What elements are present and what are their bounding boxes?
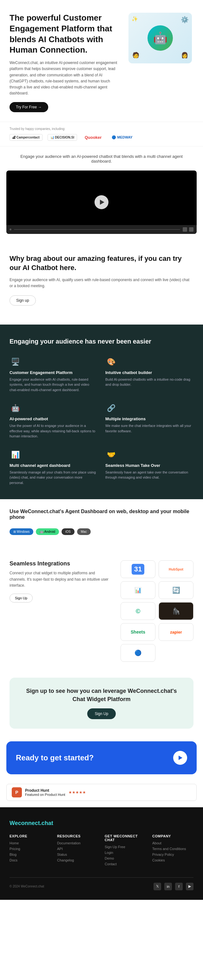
feature-name-dashboard: Multi channel agent dashboard	[10, 463, 98, 468]
product-hunt-text: Product Hunt Featured on Product Hunt	[25, 788, 66, 797]
integrations-signup-button[interactable]: Sign Up	[10, 593, 33, 603]
logo-medway: 🔵 MEDWAY	[109, 134, 135, 141]
social-linkedin[interactable]: in	[164, 883, 172, 890]
hero-cta-button[interactable]: Try For Free →	[10, 102, 48, 112]
footer-link-about[interactable]: About	[152, 841, 193, 845]
video-progress-dot	[10, 229, 11, 231]
badge-android: 🤖 Android	[36, 528, 59, 535]
feature-desc-dashboard: Seamlessly manage all your chats from on…	[10, 470, 98, 485]
integrations-section: Seamless Integrations Connect your chat …	[0, 551, 203, 671]
footer-col-title-resources: Resources	[57, 834, 98, 838]
feature-icon-takeover: 🤝	[105, 449, 117, 461]
logo-campercontact: 🏕 Campercontact	[10, 134, 43, 141]
footer-link-pricing[interactable]: Pricing	[10, 847, 51, 851]
video-player[interactable]	[6, 170, 197, 234]
badge-ios: iOS	[62, 528, 75, 535]
integration-crisp: ©	[120, 602, 155, 620]
footer-logo-text: Weconnect.chat	[10, 820, 53, 826]
integration-google-sheets: Sheets	[120, 623, 155, 641]
video-progress-bar	[14, 229, 180, 230]
arrow-icon	[179, 756, 182, 760]
video-play-button[interactable]	[94, 195, 109, 209]
cta-box-signup-button[interactable]: Sign Up	[87, 708, 116, 719]
social-facebook[interactable]: f	[175, 883, 183, 890]
footer-link-api[interactable]: API	[57, 847, 98, 851]
footer-col-title-get: Get WeConnect Chat	[105, 834, 146, 842]
footer-link-privacy[interactable]: Privacy Policy	[152, 853, 193, 856]
cta-box-title: Sign up to see how you can leverage WeCo…	[19, 687, 184, 703]
integration-google-analytics: 📊	[120, 581, 155, 599]
cta-box: Sign up to see how you can leverage WeCo…	[10, 678, 193, 729]
footer-link-demo[interactable]: Demo	[105, 856, 146, 860]
video-section	[0, 167, 203, 242]
product-hunt-name: Product Hunt	[25, 788, 66, 793]
feature-icon-ai: 🤖	[10, 402, 21, 414]
product-hunt-banner[interactable]: P Product Hunt Featured on Product Hunt …	[6, 784, 197, 801]
fullscreen-icon	[189, 227, 193, 232]
ready-title: Ready to get started?	[16, 753, 94, 762]
footer-link-signup[interactable]: Sign Up Free	[105, 845, 146, 849]
integration-mailchimp: 🦍	[158, 602, 193, 620]
hero-robot-illustration: 🤖 ⚙️ 🧑 👩 ✨	[128, 13, 192, 64]
footer-col-explore: Explore Home Pricing Blog Docs	[10, 834, 51, 868]
footer-link-home[interactable]: Home	[10, 841, 51, 845]
hero-section: The powerful Customer Engagement Platfor…	[0, 0, 203, 122]
robot-icon: 🤖	[147, 25, 173, 51]
product-hunt-logo: P	[12, 787, 22, 797]
sparkle-icon: ✨	[132, 16, 138, 22]
social-twitter[interactable]: 𝕏	[153, 883, 161, 890]
logo-quooker: Quooker	[82, 134, 104, 141]
why-signup-button[interactable]: Sign up	[10, 295, 36, 305]
feature-name-takeover: Seamless Human Take Over	[105, 463, 193, 468]
social-youtube[interactable]: ▶	[186, 883, 193, 890]
feature-name-builder: Intuitive chatbot builder	[105, 370, 193, 375]
feature-desc-integrations: We make sure the chat interface integrat…	[105, 423, 193, 434]
footer-link-cookies[interactable]: Cookies	[152, 858, 193, 862]
trusted-logos-row: 🏕 Campercontact 📊 DECISION.SI Quooker 🔵 …	[10, 134, 193, 141]
feature-chatbot-builder: 🎨 Intuitive chatbot builder Build AI-pow…	[105, 355, 193, 394]
volume-icon	[183, 227, 187, 232]
footer-link-login[interactable]: Login	[105, 851, 146, 854]
trusted-label: Trusted by happy companies, including:	[10, 127, 193, 130]
footer-logo: Weconnect.chat	[10, 820, 193, 827]
feature-integrations: 🔗 Multiple integrations We make sure the…	[105, 401, 193, 440]
video-controls	[6, 225, 197, 234]
hero-image: 🤖 ⚙️ 🧑 👩 ✨	[127, 13, 193, 64]
feature-ai-chatbot: 🤖 AI-powered chatbot Use the power of AI…	[10, 401, 98, 440]
ready-arrow-button[interactable]	[173, 751, 187, 765]
footer-link-terms[interactable]: Terms and Conditions	[152, 847, 193, 851]
platform-title: Use WeConnect.chat's Agent Dashboard on …	[10, 509, 193, 520]
features-grid: 🖥️ Customer Engagement Platform Engage y…	[10, 355, 193, 487]
integration-hubspot: HubSpot	[158, 560, 193, 578]
integrations-text: Seamless Integrations Connect your chat …	[10, 560, 111, 603]
feature-human-takeover: 🤝 Seamless Human Take Over Seamlessly ha…	[105, 448, 193, 487]
platform-section: Use WeConnect.chat's Agent Dashboard on …	[0, 499, 203, 544]
features-title: Engaging your audience has never been ea…	[10, 337, 193, 345]
footer-col-title-company: Company	[152, 834, 193, 838]
footer-link-documentation[interactable]: Documentation	[57, 841, 98, 845]
footer-link-blog[interactable]: Blog	[10, 853, 51, 856]
integration-zapier: zapier	[158, 623, 193, 641]
hero-text: The powerful Customer Engagement Platfor…	[10, 13, 120, 112]
feature-desc-engagement: Engage your audience with AI chatbots, r…	[10, 377, 98, 393]
integration-make: 🔄	[158, 581, 193, 599]
badge-windows: ⊞ Windows	[10, 528, 33, 535]
person-icon-left: 🧑	[132, 52, 139, 59]
footer-col-company: Company About Terms and Conditions Priva…	[152, 834, 193, 868]
feature-icon-engagement: 🖥️	[10, 356, 21, 368]
badge-mac: Mac	[77, 528, 91, 535]
video-control-icons	[183, 227, 193, 232]
footer-socials: 𝕏 in f ▶	[153, 883, 193, 890]
features-section: Engaging your audience has never been ea…	[0, 325, 203, 500]
footer-link-contact[interactable]: Contact	[105, 862, 146, 866]
footer-bottom: © 2024 WeConnect.chat 𝕏 in f ▶	[10, 877, 193, 890]
integrations-description: Connect your chat widget to multiple pla…	[10, 570, 111, 589]
feature-name-integrations: Multiple integrations	[105, 417, 193, 421]
why-title: Why brag about our amazing features, if …	[10, 254, 193, 272]
footer-link-status[interactable]: Status	[57, 853, 98, 856]
footer-link-changelog[interactable]: Changelog	[57, 858, 98, 862]
feature-name-ai: AI-powered chatbot	[10, 417, 98, 421]
feature-customer-engagement: 🖥️ Customer Engagement Platform Engage y…	[10, 355, 98, 394]
gear-icon: ⚙️	[181, 16, 189, 24]
footer-link-docs[interactable]: Docs	[10, 858, 51, 862]
